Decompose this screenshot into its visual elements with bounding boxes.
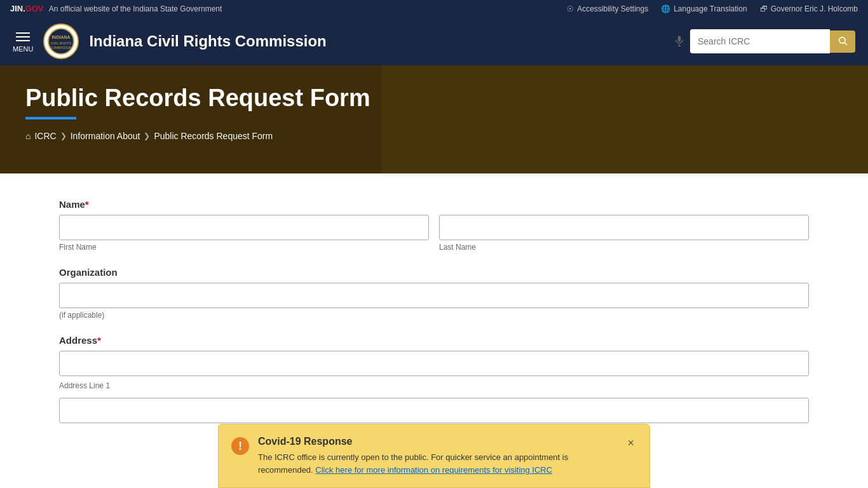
covid-close-button[interactable]: ×	[625, 436, 637, 450]
covid-title: Covid-19 Response	[258, 436, 616, 447]
globe-icon: 🌐	[661, 4, 670, 13]
organization-section: Organization (if applicable)	[59, 267, 809, 320]
breadcrumb-current: Public Records Request Form	[154, 131, 273, 141]
breadcrumb-parent[interactable]: Information About	[71, 131, 140, 141]
svg-rect-4	[678, 36, 681, 41]
site-logo: INDIANA CIVIL RIGHTS COMMISSION	[43, 24, 79, 59]
site-title: Indiana Civil Rights Commission	[89, 32, 326, 50]
menu-label: MENU	[13, 45, 33, 53]
gov-bar-right: ☉ Accessibility Settings 🌐 Language Tran…	[567, 4, 858, 13]
organization-input[interactable]	[59, 283, 809, 308]
address-line1-input[interactable]	[59, 351, 809, 376]
covid-body: The ICRC office is currently open to the…	[258, 451, 616, 464]
organization-hint: (if applicable)	[59, 311, 809, 320]
svg-text:CIVIL RIGHTS: CIVIL RIGHTS	[51, 41, 72, 45]
address-section: Address* Address Line 1	[59, 335, 809, 423]
site-header: MENU INDIANA CIVIL RIGHTS COMMISSION Ind…	[0, 17, 868, 65]
address-line1-label: Address Line 1	[59, 381, 809, 390]
breadcrumb-home[interactable]: ICRC	[34, 131, 56, 141]
jin-logo: JIN.GOV	[10, 4, 44, 13]
search-button[interactable]	[830, 30, 855, 53]
last-name-group: Last Name	[439, 215, 809, 252]
hamburger-line	[16, 32, 30, 34]
header-left: MENU INDIANA CIVIL RIGHTS COMMISSION Ind…	[13, 24, 327, 59]
name-label: Name*	[59, 199, 809, 210]
svg-line-8	[844, 43, 847, 45]
svg-text:INDIANA: INDIANA	[52, 35, 71, 39]
main-content: Name* First Name Last Name Organization …	[21, 173, 847, 464]
breadcrumb: ⌂ ICRC ❯ Information About ❯ Public Reco…	[25, 131, 843, 141]
organization-label: Organization	[59, 267, 809, 278]
breadcrumb-separator: ❯	[60, 132, 67, 140]
hero-underline	[25, 117, 76, 119]
breadcrumb-separator: ❯	[144, 132, 150, 140]
accessibility-icon: ☉	[567, 4, 574, 13]
search-input[interactable]	[690, 29, 830, 53]
gov-bar: JIN.GOV An official website of the India…	[0, 0, 868, 17]
search-bar	[668, 29, 855, 53]
first-name-label: First Name	[59, 243, 429, 252]
hamburger-line	[16, 40, 30, 41]
address-line2-input[interactable]	[59, 398, 809, 423]
microphone-button[interactable]	[668, 30, 690, 53]
governor-link[interactable]: 🗗 Governor Eric J. Holcomb	[760, 4, 858, 13]
covid-warning-icon: !	[231, 437, 249, 455]
required-marker2: *	[97, 335, 101, 346]
gov-bar-left: JIN.GOV An official website of the India…	[10, 4, 222, 13]
external-link-icon: 🗗	[760, 4, 768, 13]
covid-content: Covid-19 Response The ICRC office is cur…	[258, 436, 616, 464]
menu-button[interactable]	[13, 30, 32, 44]
name-row: First Name Last Name	[59, 215, 809, 252]
language-link[interactable]: 🌐 Language Translation	[661, 4, 747, 13]
svg-point-7	[839, 37, 845, 43]
page-title: Public Records Request Form	[25, 85, 843, 112]
first-name-group: First Name	[59, 215, 429, 252]
hamburger-line	[16, 36, 30, 37]
accessibility-link[interactable]: ☉ Accessibility Settings	[567, 4, 648, 13]
name-section: Name* First Name Last Name	[59, 199, 809, 252]
home-icon: ⌂	[25, 131, 31, 141]
logo-svg: INDIANA CIVIL RIGHTS COMMISSION	[47, 27, 75, 55]
hero-banner: Public Records Request Form ⌂ ICRC ❯ Inf…	[0, 65, 868, 173]
search-icon	[837, 36, 848, 46]
first-name-input[interactable]	[59, 215, 429, 240]
required-marker: *	[85, 199, 89, 210]
svg-text:COMMISSION: COMMISSION	[51, 46, 72, 50]
covid-notification: ! Covid-19 Response The ICRC office is c…	[218, 424, 650, 464]
address-label: Address*	[59, 335, 809, 346]
last-name-label: Last Name	[439, 243, 809, 252]
official-text: An official website of the Indiana State…	[49, 4, 222, 13]
last-name-input[interactable]	[439, 215, 809, 240]
microphone-icon	[674, 35, 685, 46]
